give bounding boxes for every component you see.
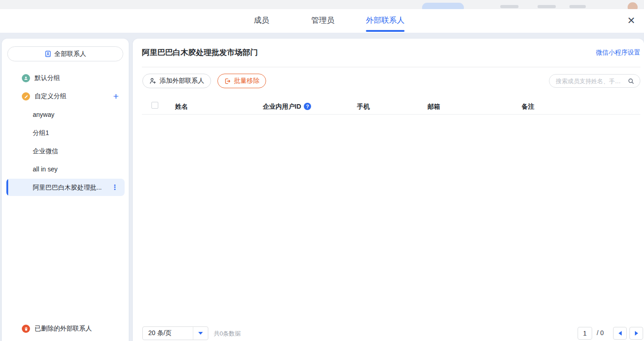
background-blue-button <box>422 3 464 9</box>
background-browser-strip <box>0 0 644 9</box>
external-contacts-dialog: 成员 管理员 外部联系人 × 全部联系人 默认分组 自定义分组 + anyway <box>0 0 644 341</box>
column-header-userid: 企业内用户ID ? <box>263 98 311 115</box>
person-icon <box>22 74 30 82</box>
sidebar-item-custom-group[interactable]: 自定义分组 + <box>2 87 129 105</box>
member-search-box <box>549 74 640 88</box>
sidebar-group-selected[interactable]: 阿里巴巴白木胶处理批... ⋮ <box>6 179 125 196</box>
selected-group-label: 阿里巴巴白木胶处理批... <box>33 179 102 196</box>
table-header-row: 姓名 企业内用户ID ? 手机 邮箱 备注 <box>133 98 644 115</box>
sidebar-item-deleted-contacts[interactable]: 已删除的外部联系人 <box>2 320 129 338</box>
page-title: 阿里巴巴白木胶处理批发市场部门 <box>142 47 258 58</box>
search-icon[interactable] <box>628 78 634 85</box>
page-size-select[interactable]: 20 条/页 <box>142 326 208 340</box>
help-icon[interactable]: ? <box>304 103 311 110</box>
pencil-icon <box>22 92 30 100</box>
next-page-button[interactable] <box>629 327 643 340</box>
column-header-mobile: 手机 <box>357 98 370 115</box>
custom-group-label: 自定义分组 <box>35 92 66 100</box>
arrow-left-icon <box>619 331 622 336</box>
tab-admins[interactable]: 管理员 <box>312 9 335 33</box>
sidebar-group-anyway[interactable]: anyway <box>2 105 129 124</box>
all-contacts-button[interactable]: 全部联系人 <box>7 46 123 61</box>
background-toolbar-icon <box>569 5 586 8</box>
search-input[interactable] <box>556 78 628 85</box>
tab-external-contacts[interactable]: 外部联系人 <box>366 9 405 33</box>
background-toolbar-icon <box>538 5 556 8</box>
column-header-email: 邮箱 <box>428 98 440 115</box>
close-icon[interactable]: × <box>623 13 639 29</box>
deleted-contacts-label: 已删除的外部联系人 <box>35 325 92 333</box>
select-all-checkbox[interactable] <box>151 102 158 109</box>
batch-remove-icon <box>224 78 231 85</box>
column-header-userid-label: 企业内用户ID <box>263 99 301 114</box>
sidebar-item-default-group[interactable]: 默认分组 <box>2 69 129 87</box>
batch-remove-label: 批量移除 <box>234 77 260 85</box>
sidebar-group-fenzu1[interactable]: 分组1 <box>2 124 129 142</box>
miniprogram-settings-link[interactable]: 微信小程序设置 <box>596 49 640 57</box>
current-page-input[interactable]: 1 <box>578 327 592 340</box>
add-external-contact-label: 添加外部联系人 <box>160 77 204 85</box>
person-plus-icon <box>149 77 156 85</box>
department-panel: 阿里巴巴白木胶处理批发市场部门 微信小程序设置 添加外部联系人 批量移除 姓名 <box>133 39 644 341</box>
sidebar-group-all-in-sey[interactable]: all in sey <box>2 160 129 178</box>
default-group-label: 默认分组 <box>35 74 60 82</box>
title-divider <box>142 67 640 67</box>
page-total-text: / 0 <box>597 329 604 336</box>
selected-indicator-bar <box>6 179 8 196</box>
add-external-contact-button[interactable]: 添加外部联系人 <box>142 74 211 88</box>
add-group-icon[interactable]: + <box>113 92 119 100</box>
total-count-text: 共0条数据 <box>214 330 241 338</box>
more-options-icon[interactable]: ⋮ <box>111 179 118 196</box>
dialog-header: 成员 管理员 外部联系人 × <box>0 9 644 33</box>
batch-remove-button[interactable]: 批量移除 <box>217 74 266 88</box>
sidebar-group-wecom[interactable]: 企业微信 <box>2 142 129 160</box>
prev-page-button[interactable] <box>613 327 627 340</box>
page-size-value: 20 条/页 <box>143 329 193 337</box>
contacts-book-icon <box>45 50 51 57</box>
all-contacts-label: 全部联系人 <box>55 50 86 58</box>
groups-sidebar: 全部联系人 默认分组 自定义分组 + anyway 分组1 企业微信 all i… <box>2 39 129 341</box>
background-toolbar-icon <box>500 5 518 8</box>
column-header-name: 姓名 <box>175 98 188 115</box>
background-avatar <box>628 2 638 9</box>
tab-members[interactable]: 成员 <box>254 9 269 33</box>
column-header-remark: 备注 <box>522 98 534 115</box>
select-caret-cell[interactable] <box>193 327 208 340</box>
arrow-right-icon <box>635 331 638 336</box>
trash-icon <box>22 325 30 333</box>
chevron-down-icon <box>198 332 203 335</box>
